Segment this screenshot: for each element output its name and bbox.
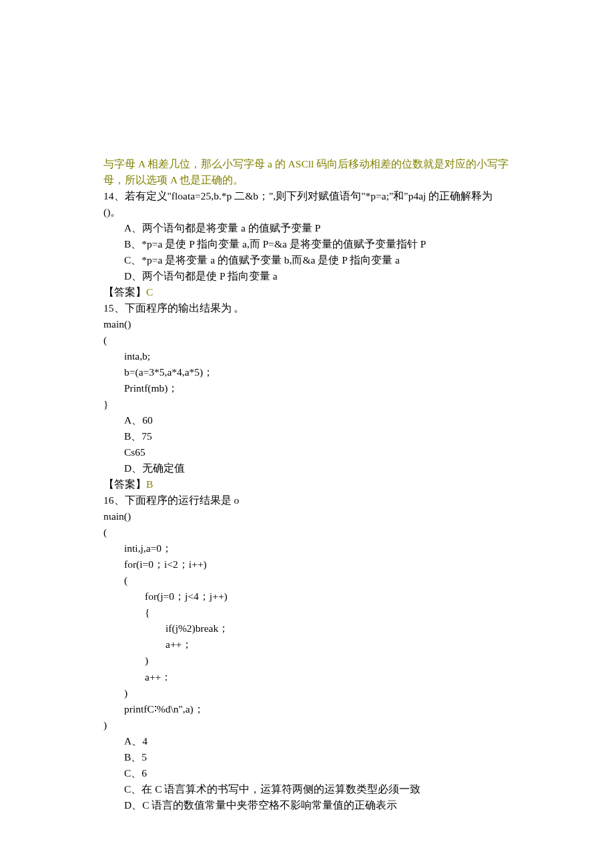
code-line: if(j%2)break；	[103, 620, 511, 636]
q14-opt-c: C、*p=a 是将变量 a 的值赋予变量 b,而&a 是使 P 指向变量 a	[103, 252, 511, 268]
answer-label: 【答案】	[103, 478, 146, 490]
code-line: (	[103, 572, 511, 588]
q14-opt-b: B、*p=a 是使 P 指向变量 a,而 P=&a 是将变量的值赋予变量指针 P	[103, 236, 511, 252]
q14-stem: 14、若有定义"floata=25,b.*p 二&b；",则下列对赋值语句"*p…	[103, 188, 511, 220]
q16-opt-b: B、5	[103, 749, 511, 765]
q16-opt-a: A、4	[103, 733, 511, 749]
code-line: )	[103, 717, 511, 733]
code-line: Printf(mb)；	[103, 380, 511, 396]
code-line: for(i=0；i<2；i++)	[103, 556, 511, 572]
code-line: )	[103, 653, 511, 669]
answer-value: B	[146, 478, 153, 490]
q16-opt-d: C、在 C 语言算术的书写中，运算符两侧的运算数类型必须一致	[103, 781, 511, 797]
q15-opt-d: D、无确定值	[103, 460, 511, 476]
code-line: (	[103, 524, 511, 540]
intro-text: 与字母 A 相差几位，那么小写字母 a 的 ASCll 码向后移动相差的位数就是…	[103, 156, 511, 188]
code-line: inti,j,a=0；	[103, 540, 511, 556]
q15-stem: 15、下面程序的输出结果为 。	[103, 300, 511, 316]
code-line: a++；	[103, 636, 511, 653]
code-line: }	[103, 396, 511, 412]
code-line: {	[103, 604, 511, 620]
q16-opt-c: C、6	[103, 765, 511, 781]
answer-label: 【答案】	[103, 286, 146, 298]
answer-value: C	[146, 286, 153, 298]
code-line: (	[103, 332, 511, 348]
code-line: main()	[103, 316, 511, 332]
q15-opt-a: A、60	[103, 412, 511, 428]
q16-opt-e: D、C 语言的数值常量中夹带空格不影响常量值的正确表示	[103, 797, 511, 813]
q14-opt-d: D、两个语句都是使 P 指向变量 a	[103, 268, 511, 284]
q14-answer: 【答案】C	[103, 284, 511, 300]
q14-opt-a: A、两个语句都是将变量 a 的值赋予变量 P	[103, 220, 511, 236]
code-line: inta,b;	[103, 348, 511, 364]
code-line: )	[103, 685, 511, 701]
q16-stem: 16、下面程序的运行结果是 o	[103, 492, 511, 508]
q15-answer: 【答案】B	[103, 476, 511, 492]
code-line: printfC∶%d\n",a)；	[103, 701, 511, 717]
q15-opt-c: Cs65	[103, 444, 511, 460]
code-line: b=(a=3*5,a*4,a*5)；	[103, 364, 511, 380]
document-body: 与字母 A 相差几位，那么小写字母 a 的 ASCll 码向后移动相差的位数就是…	[103, 156, 511, 813]
q15-opt-b: B、75	[103, 428, 511, 444]
code-line: for(j=0；j<4；j++)	[103, 588, 511, 604]
code-line: a++：	[103, 669, 511, 685]
code-line: nιain()	[103, 508, 511, 524]
